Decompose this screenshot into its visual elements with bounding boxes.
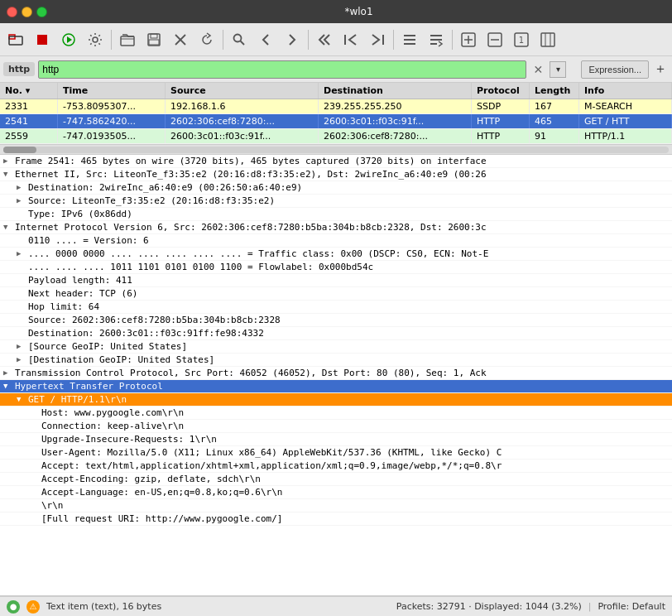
cell-length: 91	[530, 129, 579, 143]
close-file-button[interactable]	[168, 27, 193, 52]
tree-item[interactable]: Accept-Language: en-US,en;q=0.8,ko;q=0.6…	[0, 486, 672, 499]
last-packet-button[interactable]	[365, 27, 390, 52]
open-file-button[interactable]	[3, 27, 28, 52]
tree-item[interactable]: Source: 2602:306:cef8:7280:b5ba:304b:b8c…	[0, 314, 672, 327]
tree-item[interactable]: ▶Destination: 2wireInc_a6:40:e9 (00:26:5…	[0, 181, 672, 195]
add-filter-button[interactable]: ＋	[652, 61, 669, 78]
tree-toggle-icon: ▼	[3, 223, 13, 231]
tree-item[interactable]: Accept-Encoding: gzip, deflate, sdch\r\n	[0, 473, 672, 486]
tree-item[interactable]: ▶Transmission Control Protocol, Src Port…	[0, 367, 672, 380]
hscroll-thumb[interactable]	[3, 147, 36, 153]
tree-item-text: GET / HTTP/1.1\r\n	[28, 394, 127, 405]
tree-item[interactable]: Upgrade-Insecure-Requests: 1\r\n	[0, 433, 672, 446]
tree-toggle-icon: ▶	[3, 156, 13, 165]
window-controls[interactable]	[7, 7, 47, 17]
toolbar-separator-4	[393, 30, 394, 50]
toolbar-separator-2	[223, 30, 223, 50]
tree-toggle-icon: ▶	[17, 249, 26, 257]
reload-button[interactable]	[194, 27, 219, 52]
cell-no: 2559	[0, 129, 58, 143]
tree-item-text: Next header: TCP (6)	[28, 288, 137, 299]
tree-toggle-icon: ▶	[17, 183, 26, 191]
tree-item-text: \r\n	[41, 500, 64, 511]
tree-item-text: .... 0000 0000 .... .... .... .... .... …	[28, 248, 488, 259]
packet-row[interactable]: 2559 -747.0193505... 2600:3c01::f03c:91f…	[0, 129, 672, 144]
capture-ready-icon: ●	[7, 600, 20, 614]
first-packet-button[interactable]	[338, 27, 363, 52]
cell-info: M-SEARCH	[579, 99, 672, 113]
tree-item[interactable]: 0110 .... = Version: 6	[0, 234, 672, 248]
cell-time: -747.5862420...	[58, 114, 166, 128]
tree-toggle-icon: ▼	[3, 382, 13, 390]
tree-item[interactable]: \r\n	[0, 499, 672, 513]
tree-item[interactable]: Host: www.pygoogle.com\r\n	[0, 407, 672, 420]
col-header-info[interactable]: Info	[579, 83, 672, 99]
normal-size-button[interactable]: 1	[509, 27, 534, 52]
tree-item[interactable]: Connection: keep-alive\r\n	[0, 420, 672, 433]
filter-input[interactable]	[38, 60, 526, 79]
zoom-in-button[interactable]	[456, 27, 481, 52]
tree-item[interactable]: ▶Frame 2541: 465 bytes on wire (3720 bit…	[0, 155, 672, 168]
col-header-no[interactable]: No. ▾	[0, 83, 58, 99]
tree-item[interactable]: ▶[Source GeoIP: United States]	[0, 340, 672, 354]
svg-point-11	[234, 34, 242, 41]
resize-columns-button[interactable]	[535, 27, 560, 52]
colorize-button[interactable]	[397, 27, 422, 52]
svg-rect-1	[9, 36, 22, 45]
packet-list-hscroll[interactable]	[0, 145, 672, 155]
tree-item[interactable]: [Full request URI: http://www.pygoogle.c…	[0, 513, 672, 526]
main-toolbar: 1	[0, 23, 672, 56]
tree-item[interactable]: Payload length: 411	[0, 274, 672, 287]
tree-item-text: [Source GeoIP: United States]	[28, 341, 187, 352]
start-capture-button[interactable]	[56, 27, 81, 52]
jump-back-button[interactable]	[312, 27, 337, 52]
packet-row[interactable]: 2541 -747.5862420... 2602:306:cef8:7280:…	[0, 114, 672, 129]
tree-item[interactable]: Next header: TCP (6)	[0, 287, 672, 301]
status-item-text: Text item (text), 16 bytes	[46, 601, 161, 612]
tree-item[interactable]: ▶.... 0000 0000 .... .... .... .... ....…	[0, 248, 672, 261]
zoom-out-button[interactable]	[482, 27, 507, 52]
svg-text:1: 1	[519, 36, 524, 45]
tree-item[interactable]: ▼Ethernet II, Src: LiteonTe_f3:35:e2 (20…	[0, 168, 672, 181]
col-header-time[interactable]: Time	[58, 83, 166, 99]
tree-item[interactable]: ▼Internet Protocol Version 6, Src: 2602:…	[0, 221, 672, 234]
tree-item[interactable]: Type: IPv6 (0x86dd)	[0, 208, 672, 221]
options-button[interactable]	[83, 27, 108, 52]
minimize-window-button[interactable]	[22, 7, 32, 17]
tree-item[interactable]: Destination: 2600:3c01::f03c:91ff:fe98:4…	[0, 327, 672, 340]
open-button[interactable]	[115, 27, 140, 52]
col-header-source[interactable]: Source	[166, 83, 319, 99]
save-button[interactable]	[142, 27, 166, 52]
find-button[interactable]	[227, 27, 252, 52]
tree-item[interactable]: .... .... .... 1011 1101 0101 0100 1100 …	[0, 261, 672, 274]
tree-item[interactable]: ▼GET / HTTP/1.1\r\n	[0, 393, 672, 407]
tree-item[interactable]: ▼Hypertext Transfer Protocol	[0, 380, 672, 393]
statusbar: ● ⚠ Text item (text), 16 bytes Packets: …	[0, 596, 672, 616]
col-header-destination[interactable]: Destination	[319, 83, 472, 99]
col-header-protocol[interactable]: Protocol	[472, 83, 530, 99]
close-window-button[interactable]	[7, 7, 17, 17]
tree-item[interactable]: User-Agent: Mozilla/5.0 (X11; Linux x86_…	[0, 446, 672, 460]
filter-clear-button[interactable]: ✕	[530, 61, 546, 78]
tree-item[interactable]: ▶Source: LiteonTe_f3:35:e2 (20:16:d8:f3:…	[0, 195, 672, 208]
maximize-window-button[interactable]	[36, 7, 47, 17]
cell-protocol: SSDP	[472, 99, 530, 113]
cell-time: -753.8095307...	[58, 99, 166, 113]
detail-panel: ▶Frame 2541: 465 bytes on wire (3720 bit…	[0, 155, 672, 596]
autoscroll-button[interactable]	[424, 27, 449, 52]
expression-button[interactable]: Expression...	[581, 60, 649, 79]
svg-rect-8	[149, 40, 159, 45]
packet-list: No. ▾ Time Source Destination Protocol L…	[0, 83, 672, 145]
tree-item[interactable]: Hop limit: 64	[0, 301, 672, 314]
filter-dropdown-button[interactable]: ▾	[550, 61, 566, 78]
col-header-length[interactable]: Length	[530, 83, 579, 99]
tree-item-text: Accept: text/html,application/xhtml+xml,…	[41, 460, 502, 471]
hscroll-track	[3, 147, 669, 153]
packet-row[interactable]: 2331 -753.8095307... 192.168.1.6 239.255…	[0, 99, 672, 114]
next-button[interactable]	[280, 27, 305, 52]
tree-item[interactable]: Accept: text/html,application/xhtml+xml,…	[0, 460, 672, 473]
tree-item-text: Accept-Encoding: gzip, deflate, sdch\r\n	[41, 474, 261, 484]
tree-item[interactable]: ▶[Destination GeoIP: United States]	[0, 354, 672, 367]
stop-capture-button[interactable]	[30, 27, 55, 52]
prev-button[interactable]	[253, 27, 278, 52]
